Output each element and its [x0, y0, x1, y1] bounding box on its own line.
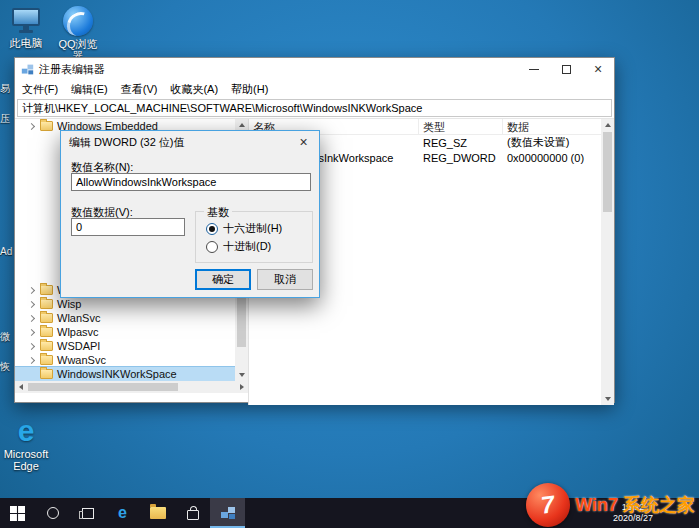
regedit-icon [220, 505, 236, 521]
chevron-right-icon [28, 328, 35, 335]
taskbar-edge-button[interactable]: e [105, 498, 140, 528]
value-name-input[interactable] [71, 173, 311, 191]
tree-item[interactable]: Wlpasvc [15, 325, 235, 339]
scroll-up-icon[interactable] [239, 123, 245, 127]
desktop-icon-this-pc[interactable]: 此电脑 [2, 8, 50, 49]
title-bar[interactable]: 注册表编辑器 [15, 58, 614, 80]
tree-item-label: WindowsINKWorkSpace [57, 368, 177, 380]
chevron-right-icon [28, 342, 35, 349]
tree-item[interactable]: Wisp [15, 297, 235, 311]
tree-item[interactable]: WlanSvc [15, 311, 235, 325]
tree-item-selected[interactable]: WindowsINKWorkSpace [15, 367, 235, 381]
maximize-button[interactable] [550, 58, 582, 80]
window-title: 注册表编辑器 [39, 62, 518, 77]
minimize-button[interactable] [518, 58, 550, 80]
scrollbar-thumb[interactable] [28, 383, 178, 391]
icon-label: Microsoft Edge [2, 448, 50, 472]
taskbar-file-explorer-button[interactable] [140, 498, 175, 528]
brand-text-secondary: 系统之家 [623, 493, 695, 517]
address-input[interactable]: 计算机\HKEY_LOCAL_MACHINE\SOFTWARE\Microsof… [17, 99, 612, 117]
store-icon [187, 510, 199, 520]
folder-icon [40, 355, 53, 365]
menu-help[interactable]: 帮助(H) [231, 82, 268, 97]
value-data-input[interactable] [71, 218, 185, 236]
dialog-title-bar[interactable]: 编辑 DWORD (32 位)值 [61, 131, 319, 153]
menu-file[interactable]: 文件(F) [22, 82, 58, 97]
scroll-right-icon[interactable] [240, 384, 244, 390]
win7-homesite-watermark: 7 Win7 系统之家 [526, 483, 695, 527]
brand-text-primary: Win7 [575, 495, 618, 516]
folder-icon [40, 285, 53, 295]
values-scrollbar-vertical[interactable] [601, 119, 614, 405]
folder-icon [40, 369, 53, 379]
dialog-close-button[interactable] [289, 132, 318, 152]
address-bar: 计算机\HKEY_LOCAL_MACHINE\SOFTWARE\Microsof… [15, 98, 614, 118]
taskbar-store-button[interactable] [175, 498, 210, 528]
search-icon [47, 507, 59, 519]
menu-edit[interactable]: 编辑(E) [71, 82, 108, 97]
task-view-button[interactable] [70, 498, 105, 528]
desktop-icon-fragment[interactable]: 压 [0, 112, 10, 126]
base-group-label: 基数 [204, 205, 232, 220]
desktop-icon-ms-edge[interactable]: e Microsoft Edge [2, 416, 50, 472]
edge-icon: e [2, 416, 50, 446]
desktop-icon-fragment[interactable]: 微 [0, 330, 10, 344]
radio-label: 十进制(D) [223, 239, 271, 254]
dec-radio[interactable]: 十进制(D) [206, 239, 271, 254]
desktop-icon-fragment[interactable]: 易 [0, 82, 10, 96]
folder-icon [40, 313, 53, 323]
edit-dword-dialog: 编辑 DWORD (32 位)值 数值名称(N): 数值数据(V): 基数 十六… [60, 130, 320, 298]
radio-checked-icon [206, 223, 218, 235]
win7-logo-icon: 7 [526, 483, 570, 527]
folder-icon [40, 341, 53, 351]
scroll-up-icon[interactable] [605, 123, 611, 127]
tree-item-label: Wlpasvc [57, 326, 99, 338]
tree-scrollbar-horizontal[interactable] [15, 381, 248, 393]
ok-button[interactable]: 确定 [195, 269, 251, 290]
tree-item-label: WwanSvc [57, 354, 106, 366]
minimize-icon [529, 69, 539, 70]
dialog-title: 编辑 DWORD (32 位)值 [69, 135, 185, 150]
tree-item[interactable]: WwanSvc [15, 353, 235, 367]
base-groupbox: 基数 十六进制(H) 十进制(D) [195, 211, 313, 263]
folder-icon [40, 121, 53, 131]
desktop: 易 压 Ad 微 恢 此电脑 QQ浏览器 e Microsoft Edge 注册… [0, 0, 699, 528]
folder-icon [40, 327, 53, 337]
chevron-right-icon [28, 314, 35, 321]
edge-icon: e [118, 505, 127, 521]
file-explorer-icon [150, 507, 166, 519]
close-button[interactable] [582, 58, 614, 80]
column-type[interactable]: 类型 [419, 119, 503, 134]
tree-item[interactable]: WSDAPI [15, 339, 235, 353]
menu-view[interactable]: 查看(V) [121, 82, 158, 97]
desktop-icon-fragment[interactable]: 恢 [0, 360, 10, 374]
scroll-down-icon[interactable] [605, 397, 611, 401]
chevron-right-icon [28, 300, 35, 307]
taskbar-regedit-button-active[interactable] [210, 498, 245, 528]
radio-label: 十六进制(H) [223, 221, 282, 236]
icon-label: 此电脑 [2, 37, 50, 49]
this-pc-icon [11, 8, 41, 35]
tree-item-label: Wisp [57, 298, 81, 310]
scrollbar-thumb[interactable] [603, 132, 612, 212]
start-button[interactable] [0, 498, 35, 528]
chevron-right-icon [28, 356, 35, 363]
column-data[interactable]: 数据 [503, 119, 603, 134]
search-button[interactable] [35, 498, 70, 528]
scroll-down-icon[interactable] [239, 373, 245, 377]
value-type: REG_SZ [419, 137, 503, 149]
qq-browser-icon [63, 6, 93, 36]
regedit-icon [21, 63, 34, 76]
desktop-icon-qq-browser[interactable]: QQ浏览器 [54, 6, 102, 62]
folder-icon [40, 299, 53, 309]
tree-item-label: WSDAPI [57, 340, 100, 352]
value-type: REG_DWORD [419, 152, 503, 164]
hex-radio[interactable]: 十六进制(H) [206, 221, 282, 236]
scroll-left-icon[interactable] [19, 384, 23, 390]
maximize-icon [562, 65, 571, 74]
menu-favorites[interactable]: 收藏夹(A) [170, 82, 218, 97]
desktop-icon-fragment[interactable]: Ad [0, 246, 12, 257]
value-data: (数值未设置) [503, 135, 603, 150]
radio-unchecked-icon [206, 241, 218, 253]
cancel-button[interactable]: 取消 [257, 269, 313, 290]
